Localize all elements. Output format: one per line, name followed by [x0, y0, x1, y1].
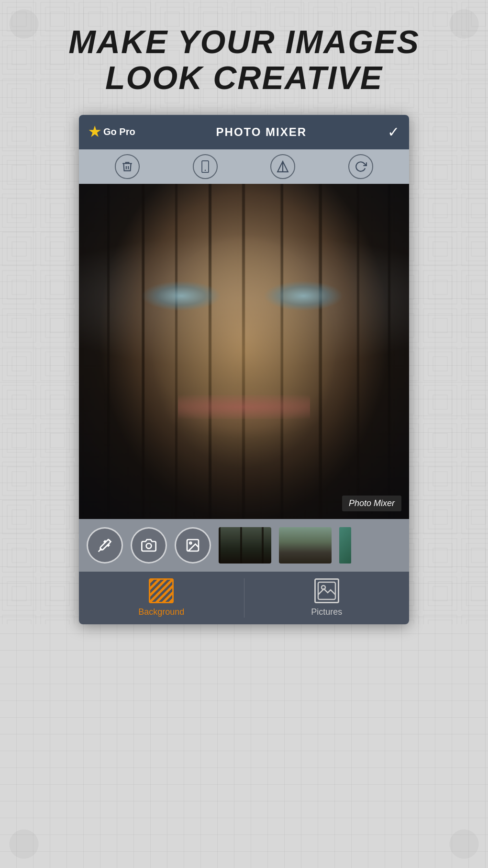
mirror-icon — [277, 160, 289, 173]
thumbnail-1[interactable] — [219, 527, 271, 564]
app-container: ★ Go Pro PHOTO MIXER ✓ — [79, 115, 409, 624]
background-tab-icon — [149, 578, 174, 603]
bottom-toolbar — [79, 519, 409, 572]
main-image-area: Photo Mixer — [79, 184, 409, 519]
eyedropper-icon — [97, 538, 112, 553]
app-title: PHOTO MIXER — [216, 125, 307, 139]
gallery-button[interactable] — [175, 527, 211, 564]
page-wrapper: MAKE YOUR IMAGES LOOK CREATIVE ★ Go Pro … — [0, 0, 488, 624]
confirm-button[interactable]: ✓ — [388, 124, 399, 140]
camera-button[interactable] — [131, 527, 167, 564]
header-bar: ★ Go Pro PHOTO MIXER ✓ — [79, 115, 409, 149]
go-pro-label: Go Pro — [103, 126, 135, 137]
refresh-button[interactable] — [348, 154, 373, 179]
vignette-layer — [79, 184, 409, 519]
gallery-icon — [185, 538, 200, 553]
phone-button[interactable] — [193, 154, 218, 179]
pictures-tab-label: Pictures — [311, 607, 342, 617]
svg-point-9 — [146, 543, 152, 549]
toolbar — [79, 149, 409, 184]
mirror-button[interactable] — [270, 154, 295, 179]
trash-icon — [121, 160, 133, 173]
headline: MAKE YOUR IMAGES LOOK CREATIVE — [40, 24, 448, 96]
tab-bar: Background Pictures — [79, 572, 409, 624]
pictures-tab-icon — [314, 578, 339, 603]
svg-rect-12 — [318, 582, 335, 599]
tab-pictures[interactable]: Pictures — [244, 572, 410, 624]
watermark: Photo Mixer — [342, 496, 401, 511]
refresh-icon — [355, 160, 367, 173]
tab-background[interactable]: Background — [79, 572, 244, 624]
go-pro-button[interactable]: ★ Go Pro — [89, 124, 135, 140]
background-tab-label: Background — [138, 607, 184, 617]
thumbnail-2[interactable] — [279, 527, 332, 564]
headline-line2: LOOK CREATIVE — [105, 59, 383, 96]
headline-line1: MAKE YOUR IMAGES — [68, 23, 419, 60]
phone-icon — [200, 160, 211, 173]
star-icon: ★ — [89, 124, 100, 140]
thumbnail-partial[interactable] — [339, 527, 351, 564]
eyedropper-button[interactable] — [87, 527, 123, 564]
delete-button[interactable] — [115, 154, 140, 179]
svg-point-11 — [189, 542, 191, 544]
camera-icon — [141, 538, 156, 553]
